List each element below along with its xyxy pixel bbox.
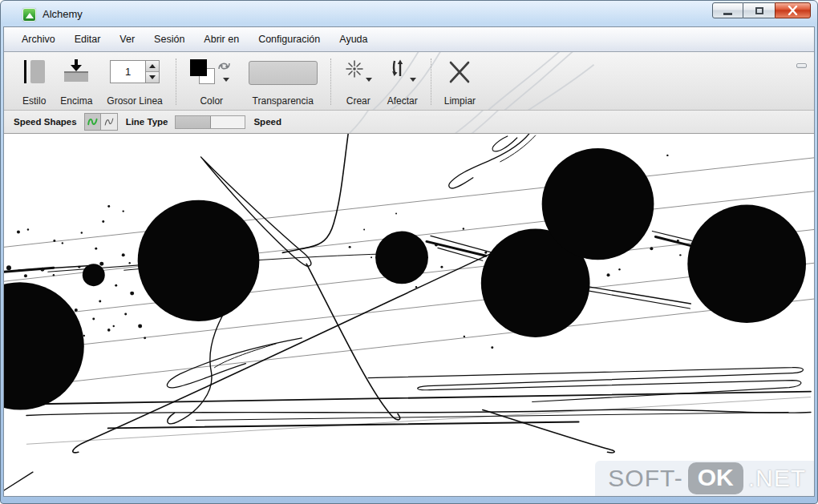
clear-button[interactable]: Limpiar [437,57,483,110]
clear-label: Limpiar [444,95,476,107]
title-bar[interactable]: Alchemy [1,1,817,26]
spin-down-button[interactable] [146,71,159,83]
create-dropdown-icon [366,78,372,82]
minimize-button[interactable] [712,2,743,18]
create-label: Crear [346,95,371,107]
canvas-artwork [4,134,814,496]
style-label: Estilo [22,95,46,107]
maximize-button[interactable] [743,2,775,18]
module-name-label: Speed Shapes [14,117,77,127]
color-swatch-icon [189,58,234,87]
on-top-button[interactable]: Encima [53,57,99,110]
speed-slider-thumb[interactable] [176,116,211,128]
toolbar-separator [176,58,176,105]
color-label: Color [200,95,223,107]
line-type-straight-button[interactable] [101,114,117,130]
transparency-control[interactable]: Transparencia [241,57,325,110]
menu-ayuda[interactable]: Ayuda [330,30,377,49]
swap-colors-icon [217,58,232,74]
line-type-label: Line Type [126,117,168,127]
affect-label: Afectar [387,95,418,107]
window-title: Alchemy [43,8,83,20]
close-icon [788,6,798,15]
minimize-icon [723,13,732,15]
toolbar-separator [431,58,431,105]
toolbar-separator [330,58,331,105]
menu-abrir-en[interactable]: Abrir en [194,30,249,49]
app-logo-icon [22,8,36,22]
style-button[interactable]: Estilo [15,57,53,110]
green-curve-icon [86,115,99,128]
toolbar-handle[interactable] [796,63,807,68]
speed-slider[interactable] [175,115,245,129]
menu-sesion[interactable]: Sesión [144,30,194,49]
affect-button[interactable]: Afectar [380,57,425,110]
line-weight-spinner [146,60,160,83]
spin-up-button[interactable] [146,61,159,71]
watermark: SOFT- OK .NET [595,461,814,496]
starburst-icon [344,58,365,79]
style-icon [24,60,45,86]
line-weight-label: Grosor Linea [107,95,162,107]
color-button[interactable]: Color [182,57,241,110]
clear-x-icon [446,58,473,86]
watermark-suffix: .NET [748,465,806,492]
main-toolbar: Estilo Encima 1 Grosor Linea [4,52,814,111]
client-area: Archivo Editar Ver Sesión Abrir en Confi… [3,26,815,497]
watermark-badge: OK [688,462,743,494]
menu-editar[interactable]: Editar [65,30,111,49]
speed-label: Speed [253,117,281,127]
close-button[interactable] [775,2,811,18]
menu-archivo[interactable]: Archivo [12,30,65,49]
module-toolbar: Speed Shapes Line Type Speed [4,111,814,134]
transparency-slider-icon [249,61,318,85]
app-window: Alchemy Archivo Editar Ver Sesión Abrir … [0,0,818,504]
window-controls [712,2,811,18]
maximize-icon [755,7,763,14]
spin-up-icon [149,64,156,68]
spin-down-icon [149,75,156,79]
line-weight-control: 1 Grosor Linea [99,57,169,110]
create-button[interactable]: Crear [337,57,380,110]
transparency-label: Transparencia [253,95,314,107]
on-top-label: Encima [60,95,92,107]
affect-dropdown-icon [410,78,416,82]
menu-configuracion[interactable]: Configuración [249,30,330,49]
line-type-curve-button[interactable] [85,114,101,130]
drawing-canvas[interactable]: SOFT- OK .NET [4,134,814,496]
line-type-toggle [84,113,118,131]
menu-ver[interactable]: Ver [110,30,144,49]
color-dropdown-icon [223,78,229,82]
watermark-prefix: SOFT- [608,465,682,492]
line-weight-value[interactable]: 1 [110,60,146,83]
menu-bar: Archivo Editar Ver Sesión Abrir en Confi… [4,27,814,52]
up-down-arrows-icon [388,58,409,79]
gray-curve-icon [103,115,115,128]
arrow-down-onto-bar-icon [63,58,90,86]
